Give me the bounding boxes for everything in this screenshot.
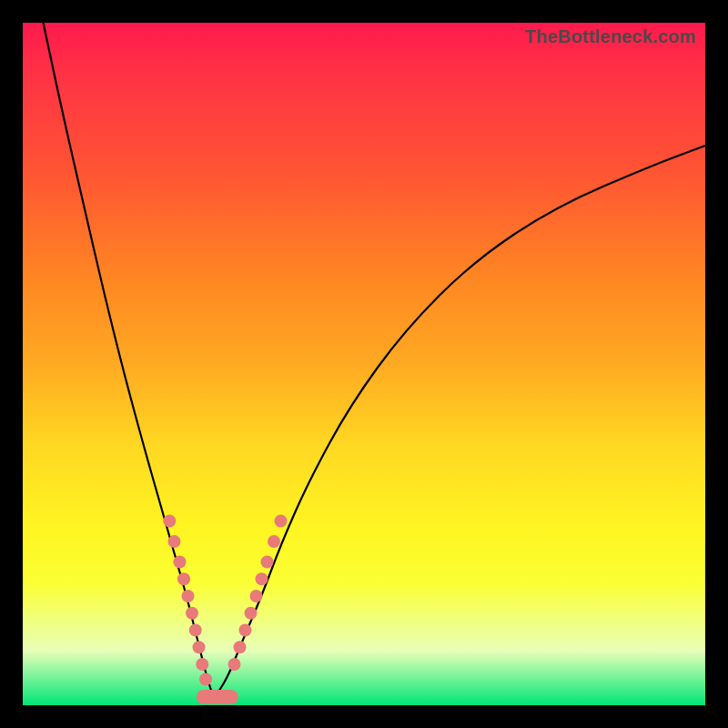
bottom-pill-group [197,690,238,704]
data-marker [189,624,202,637]
data-marker [250,590,263,602]
markers-right-group [228,515,288,672]
data-marker [275,515,288,528]
data-marker [239,624,252,637]
chart-svg [23,23,705,705]
data-marker [163,515,176,528]
data-marker [168,535,181,548]
plot-area: TheBottleneck.com [23,23,705,705]
data-marker [261,556,274,569]
right-branch-curve [214,146,705,699]
data-marker [228,658,241,671]
data-marker [268,535,280,548]
data-marker [196,658,208,671]
data-marker [234,641,247,653]
data-marker [182,590,195,602]
data-marker [193,641,206,653]
data-marker [256,572,268,585]
bottom-pill [197,690,238,704]
watermark-text: TheBottleneck.com [525,26,696,47]
data-marker [177,572,190,585]
data-marker [174,556,187,569]
markers-left-group [163,515,212,686]
data-marker [199,673,212,686]
data-marker [245,607,258,620]
chart-frame: TheBottleneck.com [0,0,728,728]
data-marker [186,607,198,620]
